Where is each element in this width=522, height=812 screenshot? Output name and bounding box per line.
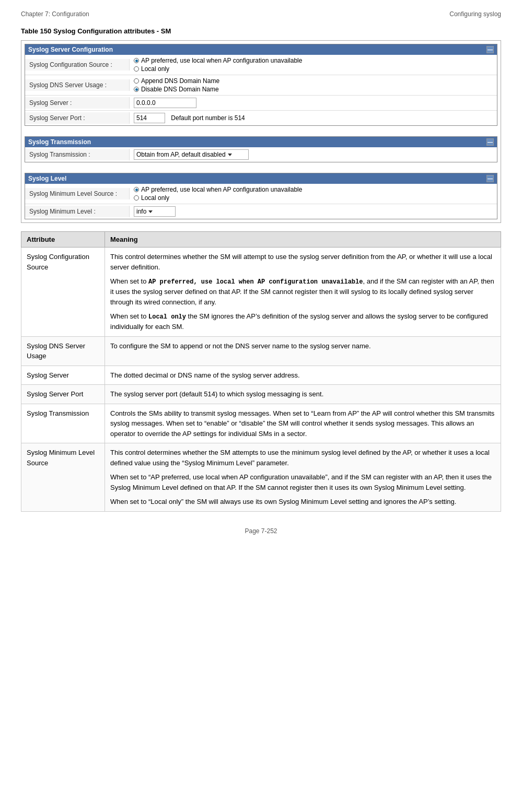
radio-label-min-ap: AP preferred, use local when AP configur… — [141, 186, 302, 193]
min-level-ap-radio[interactable]: AP preferred, use local when AP configur… — [134, 186, 493, 193]
radio-dot-ap — [134, 58, 139, 63]
config-source-radio-local[interactable]: Local only — [134, 65, 493, 73]
syslog-level-title: Syslog Level — [28, 175, 66, 182]
select-value-level: info — [136, 208, 146, 215]
syslog-server-value — [130, 96, 497, 110]
table-row: Syslog DNS Server Usage To configure the… — [21, 336, 501, 366]
config-source-radio-group: AP preferred, use local when AP configur… — [134, 57, 493, 73]
meaning-para: This control determines whether the SM w… — [110, 252, 495, 272]
meaning-para: The syslog server port (default 514) to … — [110, 389, 495, 399]
syslog-transmission-select[interactable]: Obtain from AP, default disabled — [134, 149, 249, 160]
attributes-table: Attribute Meaning Syslog Configuration S… — [21, 231, 501, 512]
syslog-transmission-value: Obtain from AP, default disabled — [130, 147, 497, 162]
page-number: Page 7-252 — [245, 527, 277, 535]
table-row: Syslog Server Port The syslog server por… — [21, 385, 501, 404]
dns-usage-row: Syslog DNS Server Usage : Append DNS Dom… — [25, 75, 497, 96]
radio-label-append: Append DNS Domain Name — [141, 77, 219, 85]
meaning-cell: This control determines whether the SM a… — [105, 443, 501, 512]
attr-cell: Syslog Server Port — [21, 385, 105, 404]
ui-screenshot: Syslog Server Configuration — Syslog Con… — [21, 40, 501, 223]
select-arrow-level — [148, 210, 153, 213]
attr-cell: Syslog Minimum Level Source — [21, 443, 105, 512]
collapse-button-lv[interactable]: — — [486, 175, 494, 182]
syslog-transmission-header: Syslog Transmission — — [25, 137, 497, 147]
table-number: Table 150 — [21, 27, 51, 35]
syslog-transmission-label: Syslog Transmission : — [25, 149, 130, 160]
meaning-para: When set to Local only the SM ignores th… — [110, 311, 495, 332]
meaning-para: This control determines whether the SM a… — [110, 448, 495, 468]
select-arrow-tx — [228, 154, 232, 156]
attr-cell: Syslog DNS Server Usage — [21, 336, 105, 366]
table-name: Syslog Configuration attributes - SM — [53, 27, 171, 35]
meaning-para: To configure the SM to append or not the… — [110, 341, 495, 351]
min-level-value: info — [130, 204, 497, 219]
syslog-server-config-section: Syslog Server Configuration — Syslog Con… — [25, 44, 497, 126]
syslog-server-row: Syslog Server : — [25, 96, 497, 111]
min-level-row: Syslog Minimum Level : info — [25, 204, 497, 219]
syslog-server-config-title: Syslog Server Configuration — [28, 46, 113, 53]
table-row: Syslog Transmission Controls the SMs abi… — [21, 404, 501, 443]
meaning-para: Controls the SMs ability to transmit sys… — [110, 408, 495, 439]
config-source-value: AP preferred, use local when AP configur… — [130, 55, 497, 75]
table-row: Syslog Server The dotted decimal or DNS … — [21, 366, 501, 385]
bold-text: AP preferred, use local when AP configur… — [148, 278, 363, 286]
min-level-select[interactable]: info — [134, 206, 176, 217]
page-header: Chapter 7: Configuration Configuring sys… — [21, 10, 501, 18]
radio-dot-min-local — [134, 195, 139, 201]
collapse-button-tx[interactable]: — — [486, 138, 494, 146]
syslog-port-row: Syslog Server Port : Default port number… — [25, 111, 497, 125]
syslog-server-input[interactable] — [134, 98, 196, 108]
meaning-cell: Controls the SMs ability to transmit sys… — [105, 404, 501, 443]
meaning-para: When set to “Local only” the SM will alw… — [110, 497, 495, 507]
config-source-row: Syslog Configuration Source : AP preferr… — [25, 55, 497, 75]
syslog-port-input[interactable] — [134, 113, 165, 123]
syslog-transmission-row: Syslog Transmission : Obtain from AP, de… — [25, 147, 497, 162]
meaning-cell: The syslog server port (default 514) to … — [105, 385, 501, 404]
table-row: Syslog Configuration Source This control… — [21, 248, 501, 337]
min-level-local-radio[interactable]: Local only — [134, 194, 493, 202]
radio-label-min-local: Local only — [141, 194, 169, 202]
meaning-para: The dotted decimal or DNS name of the sy… — [110, 370, 495, 381]
dns-usage-value: Append DNS Domain Name Disable DNS Domai… — [130, 75, 497, 95]
min-level-source-row: Syslog Minimum Level Source : AP preferr… — [25, 184, 497, 204]
col-meaning: Meaning — [105, 232, 501, 248]
syslog-server-config-header: Syslog Server Configuration — — [25, 44, 497, 55]
syslog-server-label: Syslog Server : — [25, 97, 130, 109]
syslog-port-label: Syslog Server Port : — [25, 112, 130, 124]
col-attribute: Attribute — [21, 232, 105, 248]
dns-usage-radio-group: Append DNS Domain Name Disable DNS Domai… — [134, 77, 493, 93]
attr-cell: Syslog Transmission — [21, 404, 105, 443]
select-value-tx: Obtain from AP, default disabled — [136, 151, 226, 158]
min-level-source-label: Syslog Minimum Level Source : — [25, 188, 130, 199]
table-row: Syslog Minimum Level Source This control… — [21, 443, 501, 512]
meaning-cell: To configure the SM to append or not the… — [105, 336, 501, 366]
syslog-transmission-section: Syslog Transmission — Syslog Transmissio… — [25, 136, 497, 162]
radio-label-disable: Disable DNS Domain Name — [141, 86, 219, 93]
radio-label-ap: AP preferred, use local when AP configur… — [141, 57, 302, 64]
radio-dot-append — [134, 78, 139, 84]
bold-text: Local only — [148, 313, 186, 321]
syslog-transmission-title: Syslog Transmission — [28, 138, 91, 146]
radio-label-local: Local only — [141, 65, 169, 73]
meaning-para: When set to AP preferred, use local when… — [110, 276, 495, 307]
radio-dot-disable — [134, 87, 139, 92]
min-level-label: Syslog Minimum Level : — [25, 206, 130, 217]
min-level-source-value: AP preferred, use local when AP configur… — [130, 184, 497, 204]
dns-disable-radio[interactable]: Disable DNS Domain Name — [134, 86, 493, 93]
config-source-radio-ap[interactable]: AP preferred, use local when AP configur… — [134, 57, 493, 64]
min-level-source-radio-group: AP preferred, use local when AP configur… — [134, 186, 493, 202]
radio-dot-min-ap — [134, 187, 139, 192]
section-label: Configuring syslog — [449, 10, 501, 18]
syslog-level-header: Syslog Level — — [25, 173, 497, 184]
dns-append-radio[interactable]: Append DNS Domain Name — [134, 77, 493, 85]
collapse-button[interactable]: — — [486, 46, 494, 53]
page-footer: Page 7-252 — [21, 527, 501, 535]
syslog-level-section: Syslog Level — Syslog Minimum Level Sour… — [25, 173, 497, 219]
meaning-cell: The dotted decimal or DNS name of the sy… — [105, 366, 501, 385]
meaning-para: When set to “AP preferred, use local whe… — [110, 472, 495, 492]
dns-usage-label: Syslog DNS Server Usage : — [25, 79, 130, 91]
syslog-port-value: Default port number is 514 — [130, 111, 497, 125]
radio-dot-local — [134, 66, 139, 72]
table-title: Table 150 Syslog Configuration attribute… — [21, 27, 501, 35]
attr-cell: Syslog Server — [21, 366, 105, 385]
